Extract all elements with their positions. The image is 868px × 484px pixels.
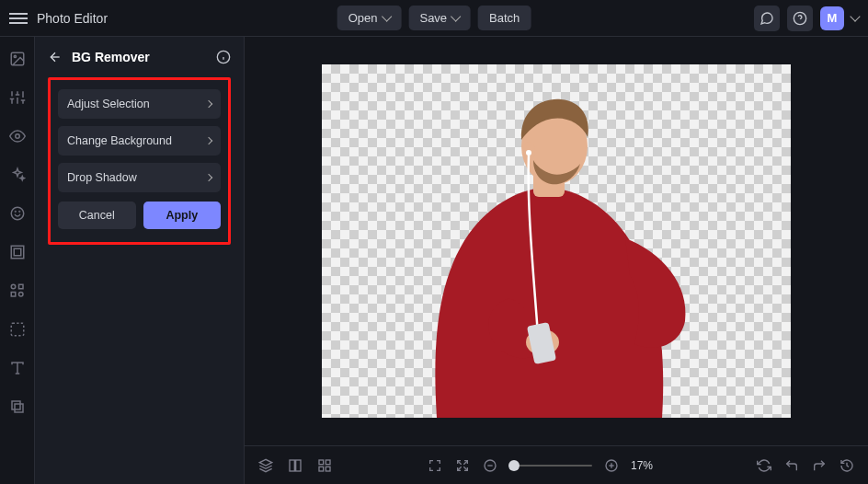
zoom-slider[interactable]	[509, 465, 592, 467]
redo-icon[interactable]	[811, 457, 828, 474]
svg-point-22	[18, 293, 23, 297]
svg-rect-21	[11, 293, 16, 297]
feedback-icon[interactable]	[754, 6, 780, 31]
open-button[interactable]: Open	[337, 6, 402, 30]
fit-screen-icon[interactable]	[427, 457, 443, 474]
text-icon[interactable]	[8, 359, 27, 377]
svg-marker-38	[259, 459, 271, 466]
highlight-box: Adjust Selection Change Background Drop …	[48, 77, 231, 245]
elements-icon[interactable]	[8, 282, 27, 300]
eye-icon[interactable]	[8, 127, 27, 145]
chevron-down-icon	[451, 11, 461, 21]
retouch-icon[interactable]	[8, 204, 27, 223]
chevron-right-icon	[205, 174, 212, 181]
overlay-icon[interactable]	[8, 320, 27, 339]
image-icon[interactable]	[8, 50, 27, 68]
chevron-down-icon[interactable]	[850, 11, 860, 21]
apply-button[interactable]: Apply	[143, 202, 222, 229]
chevron-right-icon	[205, 137, 212, 144]
subject-person	[382, 68, 713, 418]
svg-point-19	[11, 284, 16, 289]
option-change-background[interactable]: Change Background	[58, 126, 221, 156]
cancel-button[interactable]: Cancel	[58, 202, 136, 229]
help-icon[interactable]	[787, 6, 813, 31]
save-label: Save	[419, 11, 447, 25]
top-bar: Photo Editor Open Save Batch M	[0, 0, 868, 37]
compare-icon[interactable]	[287, 457, 303, 474]
svg-rect-41	[319, 460, 324, 465]
adjust-icon[interactable]	[8, 88, 27, 107]
svg-rect-43	[326, 467, 330, 471]
side-panel: BG Remover Adjust Selection Change Backg…	[35, 37, 245, 484]
chevron-right-icon	[205, 100, 212, 108]
svg-rect-44	[319, 467, 324, 471]
svg-rect-20	[18, 284, 23, 289]
avatar[interactable]: M	[820, 6, 844, 30]
undo-icon[interactable]	[783, 457, 800, 474]
svg-point-35	[526, 150, 531, 156]
svg-rect-17	[11, 246, 24, 259]
svg-rect-27	[15, 404, 23, 412]
sparkle-icon[interactable]	[8, 166, 27, 184]
frame-icon[interactable]	[8, 243, 27, 261]
back-icon[interactable]	[48, 50, 63, 64]
svg-rect-18	[14, 248, 21, 256]
svg-point-3	[14, 55, 16, 57]
app-title: Photo Editor	[37, 11, 108, 26]
grid-icon[interactable]	[316, 457, 333, 474]
actual-size-icon[interactable]	[454, 457, 471, 474]
history-icon[interactable]	[839, 457, 855, 474]
svg-rect-26	[12, 401, 20, 409]
svg-rect-40	[296, 460, 301, 471]
batch-label: Batch	[489, 11, 520, 25]
svg-rect-39	[290, 460, 294, 471]
reset-icon[interactable]	[756, 457, 772, 474]
svg-rect-42	[326, 460, 330, 465]
info-icon[interactable]	[216, 50, 231, 64]
svg-point-13	[15, 134, 19, 139]
option-adjust-selection[interactable]: Adjust Selection	[58, 89, 221, 119]
svg-point-15	[15, 211, 16, 212]
save-button[interactable]: Save	[408, 6, 471, 30]
tool-rail	[0, 37, 35, 484]
canvas-image[interactable]	[322, 64, 791, 418]
zoom-out-icon[interactable]	[482, 457, 498, 474]
svg-point-14	[11, 207, 24, 220]
menu-icon[interactable]	[9, 9, 28, 28]
svg-rect-23	[11, 323, 24, 336]
option-label: Drop Shadow	[67, 171, 137, 184]
open-label: Open	[348, 11, 378, 25]
batch-button[interactable]: Batch	[478, 6, 531, 30]
layers-stack-icon[interactable]	[257, 457, 274, 474]
chevron-down-icon	[382, 11, 392, 21]
layers-icon[interactable]	[8, 398, 27, 416]
zoom-value: 17%	[631, 459, 662, 472]
panel-title: BG Remover	[72, 50, 207, 64]
zoom-in-icon[interactable]	[603, 457, 620, 474]
option-drop-shadow[interactable]: Drop Shadow	[58, 163, 221, 192]
canvas-area: 17%	[245, 37, 868, 484]
svg-point-16	[18, 211, 19, 212]
option-label: Adjust Selection	[67, 98, 150, 110]
bottom-bar: 17%	[245, 445, 868, 484]
option-label: Change Background	[67, 134, 172, 147]
